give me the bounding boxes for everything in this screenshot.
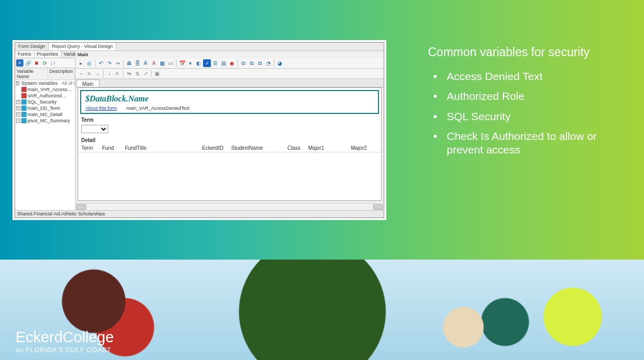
about-this-form-link[interactable]: About this form (85, 106, 117, 111)
db-icon[interactable]: 🗄 (133, 59, 141, 67)
col-studentname: StudentName (231, 145, 287, 151)
checkbox-icon[interactable]: ✓ (203, 59, 211, 67)
var-icon (21, 112, 27, 117)
left-tab-properties[interactable]: Properties (34, 51, 61, 58)
left-panel: Forms Properties Variables ＋ 🔗 ✖ ⟳ ↓↑ Va… (15, 51, 75, 210)
expand-icon[interactable]: + (16, 81, 19, 85)
text-a2-icon[interactable]: A (150, 59, 158, 67)
group-icon[interactable]: ▣ (153, 70, 161, 78)
redo-icon[interactable]: ↷ (105, 59, 113, 67)
circle-icon[interactable]: ◔ (264, 59, 272, 67)
col-major2: Major2 (351, 145, 377, 151)
bullet: Check Is Authorized to allow or prevent … (428, 126, 626, 160)
dist-v-icon[interactable]: ⇅ (133, 70, 141, 78)
h-scrollbar[interactable] (75, 203, 384, 210)
list2-icon[interactable]: ▤ (220, 59, 228, 67)
var-icon (21, 106, 27, 111)
sort-icon[interactable]: ↓↑ (49, 59, 57, 67)
left-tab-forms[interactable]: Forms (15, 51, 34, 58)
tree-label: VAR_Authorized… (28, 93, 67, 98)
design-canvas[interactable]: $DataBlock.Name About this form main_VAR… (78, 87, 382, 201)
tree-label: main_DD_Term (28, 106, 60, 111)
grid-header: Term Fund FundTitle EckerdID StudentName… (78, 144, 381, 152)
logo-line1: EckerdCollege (16, 329, 114, 345)
tab-form-design[interactable]: Form Design (15, 43, 49, 50)
calendar-icon[interactable]: 📅 (178, 59, 186, 67)
expand-icon[interactable]: + (16, 112, 20, 117)
var-icon (21, 118, 27, 123)
tree-row[interactable]: VAR_Authorized… (15, 93, 75, 99)
tab-report-query-visual-design[interactable]: Report Query - Visual Design (49, 43, 117, 50)
forward-icon[interactable]: ↪ (113, 59, 121, 67)
refresh-icon[interactable]: ⟳ (41, 59, 48, 67)
status-bar: Shared.Financial Aid.Athletic Scholarshi… (15, 210, 384, 217)
tree-row[interactable]: main_VAR_Access… (15, 86, 75, 93)
left-tabbar: Forms Properties Variables (15, 51, 75, 58)
var-icon (21, 87, 27, 92)
align-left-icon[interactable]: ⫟ (77, 70, 85, 78)
record-icon[interactable]: ◉ (228, 59, 236, 67)
col-eckerdid: EckerdID (202, 145, 231, 151)
delete-icon[interactable]: ✖ (33, 59, 40, 67)
dist-h-icon[interactable]: ⇆ (125, 70, 133, 78)
bullet: SQL Security (428, 107, 626, 126)
block-header: $DataBlock.Name About this form main_VAR… (80, 90, 379, 114)
logo: EckerdCollege on FLORIDA'S GULF COAST (16, 329, 114, 354)
add-icon[interactable]: ＋ (16, 59, 23, 67)
col-fund: Fund (102, 145, 125, 151)
nav2-icon[interactable]: ⧉ (248, 59, 256, 67)
col-major1: Major1 (308, 145, 351, 151)
nav3-icon[interactable]: ⧉ (256, 59, 264, 67)
scroll-right-arrow[interactable] (373, 204, 383, 210)
list1-icon[interactable]: ☰ (211, 59, 219, 67)
tree-label: SQL_Security (28, 99, 57, 105)
pointer-icon[interactable]: ▸ (77, 59, 85, 67)
align-center-icon[interactable]: ≡ (85, 70, 93, 78)
col-fundtitle: FundTitle (125, 145, 202, 151)
tree-row[interactable]: + main_DD_Term (15, 105, 75, 111)
dropdown-icon[interactable]: ▾ (186, 59, 194, 67)
top-tabbar: Form Design Report Query - Visual Design (15, 43, 384, 51)
col-description: Description (48, 68, 75, 80)
scroll-left-arrow[interactable] (77, 204, 86, 210)
text-a-icon[interactable]: A (142, 59, 149, 67)
tree-label: main_VAR_Access… (28, 87, 72, 92)
expand-icon[interactable]: + (16, 100, 20, 104)
expand-icon[interactable]: + (16, 106, 20, 110)
toggle-icon[interactable]: ◐ (195, 59, 203, 67)
logo-line2: on FLORIDA'S GULF COAST (16, 346, 111, 354)
term-select[interactable] (81, 125, 108, 133)
term-label: Term (78, 114, 381, 124)
align-right-icon[interactable]: ⫠ (94, 70, 102, 78)
tree-header: Variable Name Description (15, 68, 75, 80)
tree-label: pivot_MC_Summary (28, 118, 70, 123)
main-toolbar: ▸ ◎ ↶ ↷ ↪ 🖶 🗄 A A ▦ ▭ 📅 ▾ ◐ (75, 58, 384, 69)
size-icon[interactable]: ⤢ (142, 70, 149, 78)
align-top-icon[interactable]: ⫞ (105, 70, 113, 78)
slide-heading: Common variables for security (428, 45, 626, 59)
tree-row[interactable]: + pivot_MC_Summary (15, 118, 75, 124)
tree-row[interactable]: + SQL_Security (15, 99, 75, 105)
slide-text: Common variables for security Access Den… (428, 45, 626, 160)
tree-label: System Variables (21, 81, 57, 86)
canvas-tab-main[interactable]: Main (77, 80, 99, 87)
align-mid-icon[interactable]: ≡ (113, 70, 121, 78)
sub-toolbar: ⫟ ≡ ⫠ ⫞ ≡ ⇆ ⇅ ⤢ ▣ (75, 69, 384, 79)
tree-row-system-variables[interactable]: + System Variables All of the s (15, 80, 75, 86)
tree-row[interactable]: + main_MC_Detail (15, 111, 75, 118)
undo-icon[interactable]: ↶ (97, 59, 105, 67)
print-icon[interactable]: 🖶 (125, 59, 133, 67)
tree-desc: All of the s (58, 81, 75, 86)
block-title: $DataBlock.Name (85, 94, 374, 104)
main-label: Main (75, 51, 384, 58)
pie-icon[interactable]: ◕ (276, 59, 284, 67)
grid-icon[interactable]: ▦ (158, 59, 166, 67)
nav1-icon[interactable]: ⧉ (239, 59, 247, 67)
bullet: Authorized Role (428, 86, 626, 106)
col-variable-name: Variable Name (15, 68, 48, 80)
link-icon[interactable]: 🔗 (24, 59, 32, 67)
panel-icon[interactable]: ▭ (167, 59, 174, 67)
canvas-tabstrip: Main (75, 79, 384, 87)
expand-icon[interactable]: + (16, 119, 20, 123)
target-icon[interactable]: ◎ (85, 59, 93, 67)
